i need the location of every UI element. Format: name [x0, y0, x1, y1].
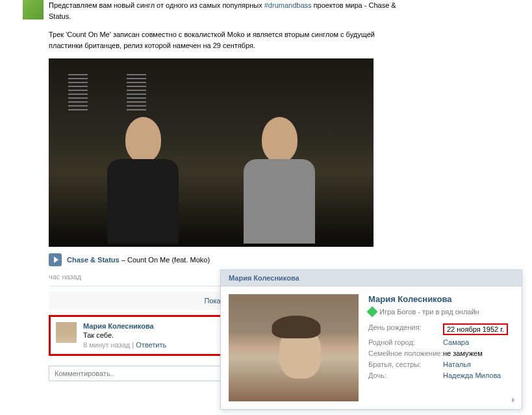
post-text-1: Представляем вам новый сингл от одного и…	[49, 1, 264, 9]
track-artist: Chase & Status	[67, 256, 120, 264]
profile-photo[interactable]	[229, 294, 359, 401]
info-value[interactable]: Наталья	[443, 360, 471, 368]
info-row: Братья, сестры:Наталья	[368, 360, 514, 368]
track-separator: –	[120, 256, 127, 264]
profile-details: День рождения:22 ноября 1952 г.Родной го…	[368, 323, 514, 379]
hashtag-link[interactable]: #drumandbass	[264, 1, 312, 9]
track-title: Count On Me (feat. Moko)	[127, 256, 210, 264]
comment-time: 8 минут назад	[83, 341, 130, 349]
popup-body: Мария Колесникова Игра Богов - три в ряд…	[221, 286, 522, 409]
profile-name[interactable]: Мария Колесникова	[368, 294, 514, 304]
info-value[interactable]: Надежда Милова	[443, 371, 501, 379]
info-row: Дочь:Надежда Милова	[368, 371, 514, 379]
play-button[interactable]	[49, 253, 62, 266]
info-label: Родной город:	[368, 338, 443, 346]
info-label: День рождения:	[368, 323, 443, 335]
profile-popup: Мария Колесникова Мария Колесникова Игра…	[220, 270, 522, 410]
status-text: Игра Богов - три в ряд онлайн	[379, 308, 479, 316]
birthday-highlight: 22 ноября 1952 г.	[443, 323, 508, 335]
profile-status[interactable]: Игра Богов - три в ряд онлайн	[368, 308, 514, 316]
comment-avatar[interactable]	[56, 322, 77, 343]
reply-button[interactable]: Ответить	[136, 341, 166, 349]
info-row: Семейное положение:не замужем	[368, 349, 514, 357]
music-player: Chase & Status – Count On Me (feat. Moko…	[49, 253, 399, 266]
meta-separator: |	[130, 341, 136, 349]
info-row: День рождения:22 ноября 1952 г.	[368, 323, 514, 335]
post-text-block-2: Трек 'Count On Me' записан совместно с в…	[49, 29, 399, 51]
info-label: Братья, сестры:	[368, 360, 443, 368]
info-value[interactable]: Самара	[443, 338, 469, 346]
track-info[interactable]: Chase & Status – Count On Me (feat. Moko…	[67, 256, 210, 264]
info-value: не замужем	[443, 349, 483, 357]
info-row: Родной город:Самара	[368, 338, 514, 346]
post-text-block: Представляем вам новый сингл от одного и…	[49, 0, 399, 21]
popup-header: Мария Колесникова	[221, 270, 522, 286]
post-image[interactable]	[49, 58, 374, 247]
profile-info: Мария Колесникова Игра Богов - три в ряд…	[368, 294, 514, 401]
chevron-right-icon[interactable]	[512, 397, 515, 403]
info-label: Дочь:	[368, 371, 443, 379]
post-author-avatar[interactable]	[23, 0, 44, 19]
gem-icon	[367, 307, 378, 318]
info-value: 22 ноября 1952 г.	[443, 323, 508, 335]
info-label: Семейное положение:	[368, 349, 443, 357]
